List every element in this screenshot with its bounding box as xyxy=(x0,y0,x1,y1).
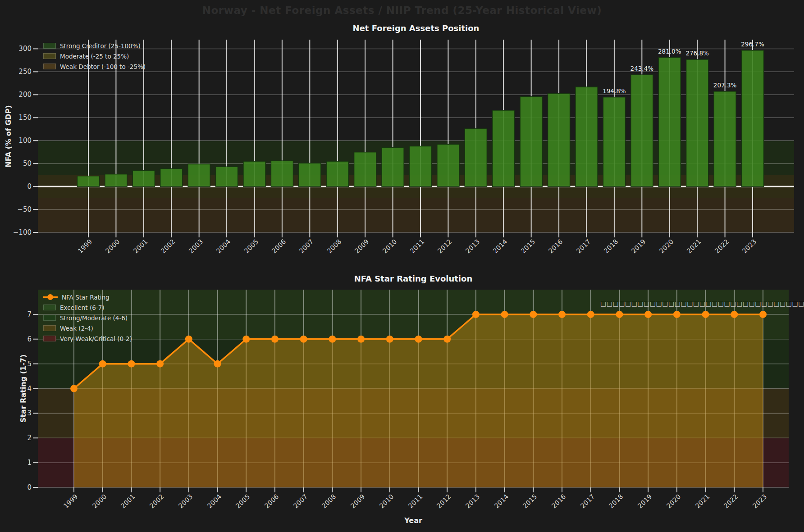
marker-2014 xyxy=(501,311,508,318)
bar-value-label: 194.8% xyxy=(587,87,641,95)
marker-2008 xyxy=(329,336,336,343)
bar-1999 xyxy=(77,176,99,186)
legend-swatch-icon xyxy=(43,53,56,59)
marker-2000 xyxy=(99,360,106,368)
y-tick-label: −100 xyxy=(10,228,32,236)
bar-2023 xyxy=(741,50,763,186)
y-tick-label: 150 xyxy=(10,114,32,122)
bar-2012 xyxy=(437,144,459,186)
bar-2020 xyxy=(658,58,681,186)
legend-label: Very Weak/Critical (0-2) xyxy=(60,335,132,342)
legend-item: Weak Debtor (-100 to -25%) xyxy=(43,63,146,70)
legend-line-marker-icon xyxy=(43,294,58,300)
legend-swatch-icon xyxy=(43,43,56,49)
nfa-chart-title: Net Foreign Assets Position xyxy=(38,23,794,33)
bar-2001 xyxy=(132,170,155,186)
y-tick-label: 1 xyxy=(10,459,32,467)
legend-label: Weak (2-4) xyxy=(60,325,93,332)
marker-2012 xyxy=(443,336,451,343)
marker-2013 xyxy=(472,311,480,318)
y-tick-label: −50 xyxy=(10,205,32,214)
legend: Strong Creditor (25-100%)Moderate (-25 t… xyxy=(43,42,146,70)
marker-2022 xyxy=(731,311,738,318)
y-tick-label: 100 xyxy=(10,136,32,145)
bar-2017 xyxy=(576,87,598,186)
legend-item: Very Weak/Critical (0-2) xyxy=(43,335,132,342)
y-tick-label: 6 xyxy=(10,335,32,343)
marker-2005 xyxy=(242,336,250,343)
legend-label: Strong/Moderate (4-6) xyxy=(60,314,128,322)
bar-value-label: 296.7% xyxy=(726,41,780,48)
y-tick-label: 7 xyxy=(10,310,32,318)
marker-2021 xyxy=(702,311,709,318)
y-tick-label: 2 xyxy=(10,434,32,442)
legend-swatch-icon xyxy=(43,315,56,321)
bar-2014 xyxy=(493,110,515,186)
bar-2010 xyxy=(382,147,404,186)
y-tick-label: 250 xyxy=(10,68,32,76)
y-tick-label: 300 xyxy=(10,45,32,53)
marker-2019 xyxy=(644,311,652,318)
marker-2001 xyxy=(128,360,135,368)
marker-2015 xyxy=(530,311,537,318)
legend-item: Moderate (-25 to 25%) xyxy=(43,53,146,59)
marker-2002 xyxy=(156,360,164,368)
y-tick-label: 3 xyxy=(10,409,32,417)
legend-swatch-icon xyxy=(43,336,56,341)
marker-2017 xyxy=(587,311,594,318)
weak-debtor-band xyxy=(38,198,794,232)
bar-2015 xyxy=(520,96,542,186)
marker-2016 xyxy=(558,311,566,318)
legend-item: Strong Creditor (25-100%) xyxy=(43,42,146,49)
bar-2000 xyxy=(105,174,127,187)
bar-2022 xyxy=(714,91,736,186)
legend-item: Weak (2-4) xyxy=(43,325,132,332)
bar-2021 xyxy=(686,59,708,186)
marker-2018 xyxy=(616,311,623,318)
y-tick-label: 4 xyxy=(10,385,32,393)
marker-2004 xyxy=(214,360,221,368)
legend-label: Strong Creditor (25-100%) xyxy=(60,42,141,50)
bar-2009 xyxy=(354,152,376,186)
star-annotation: □□□□□□□□□□□□□□□□□□□□□□□□□□□□□□□□□□ xyxy=(600,300,804,307)
bar-2002 xyxy=(160,168,183,186)
legend-label: NFA Star Rating xyxy=(62,294,110,301)
bar-value-label: 207.3% xyxy=(698,82,752,89)
y-tick-label: 200 xyxy=(10,91,32,99)
bar-2004 xyxy=(216,167,238,186)
legend-item: Strong/Moderate (4-6) xyxy=(43,314,132,321)
bar-2006 xyxy=(271,161,293,186)
legend-swatch-icon xyxy=(43,64,56,69)
bar-value-label: 276.8% xyxy=(670,50,724,57)
marker-2010 xyxy=(386,336,393,343)
y-tick-label: 5 xyxy=(10,360,32,368)
y-tick-label: 50 xyxy=(10,159,32,168)
bar-2016 xyxy=(548,93,570,186)
legend: NFA Star RatingExcellent (6-7)Strong/Mod… xyxy=(43,294,132,342)
legend-item: NFA Star Rating xyxy=(43,294,132,300)
marker-2007 xyxy=(300,336,307,343)
bar-2011 xyxy=(409,146,431,186)
legend-label: Moderate (-25 to 25%) xyxy=(60,53,129,60)
marker-2006 xyxy=(271,336,279,343)
y-tick-label: 0 xyxy=(10,182,32,191)
bar-2007 xyxy=(299,163,321,186)
bar-2003 xyxy=(188,164,210,186)
bar-2018 xyxy=(603,97,625,187)
legend-label: Excellent (6-7) xyxy=(60,304,105,311)
legend-item: Excellent (6-7) xyxy=(43,304,132,311)
y-tick-label: 0 xyxy=(10,483,32,491)
bar-2005 xyxy=(243,161,265,186)
figure-canvas: { "suptitle": { "text": "Norway - Net Fo… xyxy=(0,0,804,532)
marker-2009 xyxy=(357,336,365,343)
legend-label: Weak Debtor (-100 to -25%) xyxy=(60,63,146,70)
bar-value-label: 243.4% xyxy=(615,65,669,72)
marker-2011 xyxy=(415,336,422,343)
marker-2003 xyxy=(185,336,192,343)
main-title: Norway - Net Foreign Assets / NIIP Trend… xyxy=(0,5,804,16)
legend-swatch-icon xyxy=(43,305,56,310)
marker-2023 xyxy=(759,311,767,318)
marker-2020 xyxy=(673,311,681,318)
bar-2013 xyxy=(465,129,487,186)
bar-2008 xyxy=(326,161,348,186)
